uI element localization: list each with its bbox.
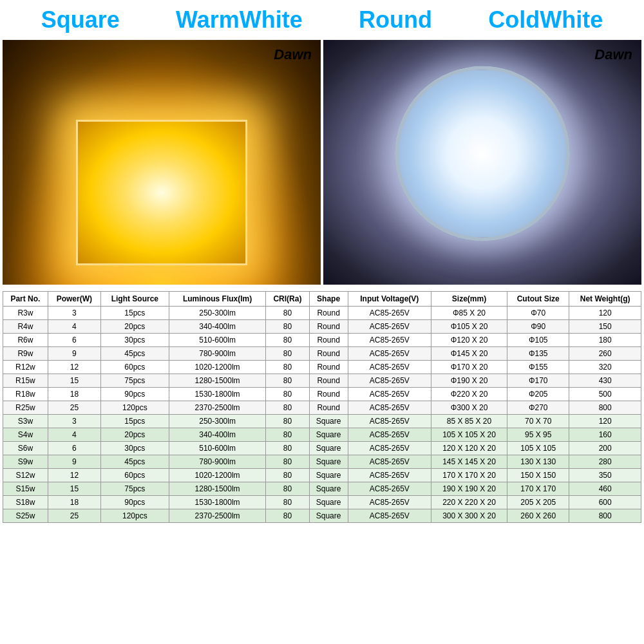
- table-cell: Square: [309, 428, 348, 442]
- table-cell: Φ270: [507, 401, 569, 415]
- table-cell: 340-400lm: [169, 428, 266, 442]
- table-cell: 90pcs: [100, 496, 169, 509]
- cold-dawn-label: Dawn: [594, 46, 632, 63]
- specs-table: Part No. Power(W) Light Source Luminous …: [3, 291, 641, 523]
- table-cell: 800: [569, 401, 641, 415]
- table-row: S4w420pcs340-400lm80SquareAC85-265V105 X…: [3, 428, 641, 442]
- table-cell: Φ70: [507, 307, 569, 320]
- table-cell: 80: [266, 401, 309, 415]
- table-cell: 800: [569, 509, 641, 523]
- table-cell: AC85-265V: [348, 320, 431, 334]
- table-cell: R25w: [3, 401, 48, 415]
- table-cell: 12: [48, 361, 100, 374]
- table-cell: AC85-265V: [348, 428, 431, 442]
- col-luminous-flux: Luminous Flux(lm): [169, 292, 266, 307]
- table-cell: 60pcs: [100, 469, 169, 482]
- table-cell: 4: [48, 428, 100, 442]
- header-round: Round: [359, 6, 432, 33]
- table-cell: Φ105 X 20: [431, 320, 507, 334]
- table-row: S12w1260pcs1020-1200lm80SquareAC85-265V1…: [3, 469, 641, 482]
- table-cell: Φ85 X 20: [431, 307, 507, 320]
- table-cell: 30pcs: [100, 442, 169, 455]
- table-cell: Φ135: [507, 347, 569, 361]
- table-cell: 1020-1200lm: [169, 469, 266, 482]
- col-part-no: Part No.: [3, 292, 48, 307]
- table-cell: Round: [309, 320, 348, 334]
- table-cell: 120 X 120 X 20: [431, 442, 507, 455]
- table-cell: 300 X 300 X 20: [431, 509, 507, 523]
- table-cell: 280: [569, 455, 641, 469]
- table-cell: 2370-2500lm: [169, 401, 266, 415]
- col-light-source: Light Source: [100, 292, 169, 307]
- table-cell: 105 X 105: [507, 442, 569, 455]
- table-cell: AC85-265V: [348, 509, 431, 523]
- table-cell: 150 X 150: [507, 469, 569, 482]
- table-cell: 30pcs: [100, 334, 169, 347]
- table-section: Part No. Power(W) Light Source Luminous …: [0, 285, 644, 526]
- table-cell: AC85-265V: [348, 455, 431, 469]
- table-cell: 20pcs: [100, 428, 169, 442]
- table-cell: 80: [266, 415, 309, 428]
- table-row: S9w945pcs780-900lm80SquareAC85-265V145 X…: [3, 455, 641, 469]
- table-cell: Φ220 X 20: [431, 388, 507, 401]
- table-cell: 130 X 130: [507, 455, 569, 469]
- table-cell: 80: [266, 469, 309, 482]
- table-cell: 170 X 170: [507, 482, 569, 496]
- table-cell: 160: [569, 428, 641, 442]
- table-cell: 45pcs: [100, 455, 169, 469]
- table-cell: 260 X 260: [507, 509, 569, 523]
- table-cell: AC85-265V: [348, 469, 431, 482]
- table-cell: S18w: [3, 496, 48, 509]
- table-row: R4w420pcs340-400lm80RoundAC85-265VΦ105 X…: [3, 320, 641, 334]
- col-weight: Net Weight(g): [569, 292, 641, 307]
- table-cell: 1280-1500lm: [169, 482, 266, 496]
- table-cell: 80: [266, 334, 309, 347]
- table-cell: 510-600lm: [169, 442, 266, 455]
- table-cell: 120: [569, 307, 641, 320]
- table-row: R6w630pcs510-600lm80RoundAC85-265VΦ120 X…: [3, 334, 641, 347]
- table-cell: 90pcs: [100, 388, 169, 401]
- table-cell: Round: [309, 334, 348, 347]
- page-header: Square WarmWhite Round ColdWhite: [0, 0, 644, 40]
- table-cell: R15w: [3, 374, 48, 388]
- table-cell: S25w: [3, 509, 48, 523]
- table-cell: Square: [309, 509, 348, 523]
- table-cell: 9: [48, 347, 100, 361]
- table-cell: 170 X 170 X 20: [431, 469, 507, 482]
- col-cutout: Cutout Size: [507, 292, 569, 307]
- table-cell: 25: [48, 509, 100, 523]
- table-row: R18w1890pcs1530-1800lm80RoundAC85-265VΦ2…: [3, 388, 641, 401]
- table-cell: 205 X 205: [507, 496, 569, 509]
- table-cell: 80: [266, 388, 309, 401]
- table-cell: 75pcs: [100, 482, 169, 496]
- table-cell: R18w: [3, 388, 48, 401]
- table-cell: 75pcs: [100, 374, 169, 388]
- table-body: R3w315pcs250-300lm80RoundAC85-265VΦ85 X …: [3, 307, 641, 523]
- table-cell: 320: [569, 361, 641, 374]
- table-cell: Round: [309, 347, 348, 361]
- table-cell: 510-600lm: [169, 334, 266, 347]
- table-cell: 120pcs: [100, 509, 169, 523]
- table-cell: R9w: [3, 347, 48, 361]
- table-cell: Square: [309, 496, 348, 509]
- table-cell: Round: [309, 307, 348, 320]
- table-cell: Square: [309, 442, 348, 455]
- table-cell: 250-300lm: [169, 415, 266, 428]
- table-cell: 145 X 145 X 20: [431, 455, 507, 469]
- table-cell: 80: [266, 307, 309, 320]
- table-cell: 80: [266, 361, 309, 374]
- table-cell: R4w: [3, 320, 48, 334]
- table-cell: AC85-265V: [348, 334, 431, 347]
- table-cell: AC85-265V: [348, 482, 431, 496]
- table-cell: 105 X 105 X 20: [431, 428, 507, 442]
- table-cell: 2370-2500lm: [169, 509, 266, 523]
- table-cell: 600: [569, 496, 641, 509]
- table-cell: Φ155: [507, 361, 569, 374]
- table-cell: Square: [309, 415, 348, 428]
- table-cell: 350: [569, 469, 641, 482]
- table-cell: 80: [266, 347, 309, 361]
- table-cell: S12w: [3, 469, 48, 482]
- table-cell: 1280-1500lm: [169, 374, 266, 388]
- table-cell: R3w: [3, 307, 48, 320]
- table-cell: 1530-1800lm: [169, 496, 266, 509]
